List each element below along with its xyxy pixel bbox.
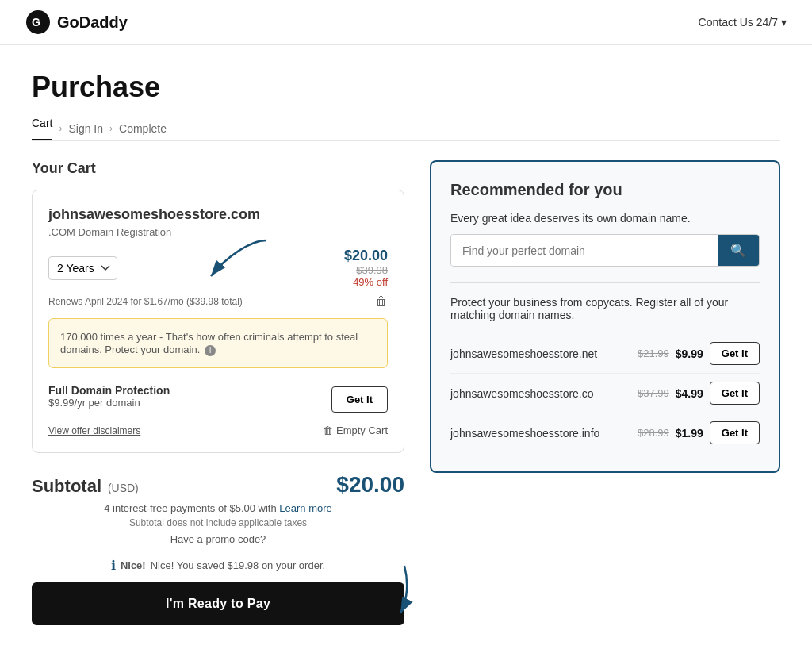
breadcrumb: Cart › Sign In › Complete bbox=[0, 104, 812, 140]
chevron-down-icon: ▾ bbox=[781, 16, 787, 29]
rec-prices-0: $21.99 $9.99 Get It bbox=[638, 342, 760, 365]
subtotal-label-group: Subtotal (USD) bbox=[32, 476, 139, 497]
rec-get-it-button-0[interactable]: Get It bbox=[710, 342, 760, 365]
installments-text: 4 interest-free payments of $5.00 with L… bbox=[32, 502, 404, 514]
domain-search-button[interactable]: 🔍 bbox=[718, 235, 759, 266]
rec-domain-name-2: johnsawesomeshoesstore.info bbox=[450, 427, 599, 440]
view-disclaimers-link[interactable]: View offer disclaimers bbox=[48, 425, 140, 436]
rec-old-price-0: $21.99 bbox=[638, 348, 669, 359]
price-original: $39.98 bbox=[344, 264, 388, 276]
header: G GoDaddy Contact Us 24/7 ▾ bbox=[0, 0, 812, 45]
subtotal-usd: (USD) bbox=[108, 482, 139, 494]
protection-price: $9.99/yr per domain bbox=[48, 397, 170, 409]
rec-old-price-2: $28.99 bbox=[638, 427, 669, 439]
trash-icon[interactable]: 🗑 bbox=[375, 294, 388, 309]
cart-section-title: Your Cart bbox=[32, 160, 404, 177]
domain-search-input[interactable] bbox=[451, 235, 718, 266]
page-title: Purchase bbox=[32, 71, 780, 104]
logo: G GoDaddy bbox=[25, 10, 128, 35]
renews-text: Renews April 2024 for $1.67/mo ($39.98 t… bbox=[48, 296, 243, 307]
protection-row: Full Domain Protection $9.99/yr per doma… bbox=[48, 378, 388, 415]
learn-more-link[interactable]: Learn more bbox=[279, 502, 331, 514]
protection-info: Full Domain Protection $9.99/yr per doma… bbox=[48, 384, 170, 415]
rec-new-price-1: $4.99 bbox=[676, 387, 703, 400]
subtotal-row: Subtotal (USD) $20.00 bbox=[32, 472, 404, 497]
empty-cart-icon: 🗑 bbox=[323, 424, 333, 436]
savings-notice: ℹ Nice! Nice! You saved $19.98 on your o… bbox=[32, 558, 404, 573]
protection-get-it-button[interactable]: Get It bbox=[331, 386, 388, 413]
empty-cart-button[interactable]: 🗑 Empty Cart bbox=[323, 424, 388, 436]
recommended-panel: Recommended for you Every great idea des… bbox=[430, 160, 780, 473]
contact-us-button[interactable]: Contact Us 24/7 ▾ bbox=[699, 16, 787, 29]
rec-new-price-0: $9.99 bbox=[676, 348, 703, 360]
tax-note: Subtotal does not include applicable tax… bbox=[32, 517, 404, 528]
rec-get-it-button-2[interactable]: Get It bbox=[710, 421, 760, 444]
rec-divider bbox=[450, 282, 760, 283]
domain-rec-row: johnsawesomeshoesstore.net $21.99 $9.99 … bbox=[450, 334, 760, 374]
protection-title: Full Domain Protection bbox=[48, 384, 170, 397]
protect-text: Protect your business from copycats. Reg… bbox=[450, 296, 760, 321]
recommended-title: Recommended for you bbox=[450, 181, 760, 199]
cart-card: johnsawesomeshoesstore.com .COM Domain R… bbox=[32, 190, 404, 453]
breadcrumb-signin[interactable]: Sign In bbox=[68, 122, 103, 135]
price-off: 49% off bbox=[344, 276, 388, 288]
page-title-area: Purchase bbox=[0, 45, 812, 104]
godaddy-logo-icon: G bbox=[25, 10, 51, 35]
domain-search-box: 🔍 bbox=[450, 234, 760, 267]
rec-domain-name-0: johnsawesomeshoesstore.net bbox=[450, 348, 597, 360]
domain-recs-list: johnsawesomeshoesstore.net $21.99 $9.99 … bbox=[450, 334, 760, 452]
cart-actions: View offer disclaimers 🗑 Empty Cart bbox=[48, 424, 388, 436]
warning-box: 170,000 times a year - That's how often … bbox=[48, 318, 388, 368]
domain-name: johnsawesomeshoesstore.com bbox=[48, 206, 388, 223]
rec-domain-name-1: johnsawesomeshoesstore.co bbox=[450, 387, 594, 400]
rec-old-price-1: $37.99 bbox=[638, 387, 669, 399]
years-select[interactable]: 1 Year 2 Years 3 Years 5 Years bbox=[48, 256, 117, 280]
dropdown-arrow-annotation bbox=[203, 232, 274, 280]
left-column: Your Cart johnsawesomeshoesstore.com .CO… bbox=[32, 160, 404, 625]
renews-row: Renews April 2024 for $1.67/mo ($39.98 t… bbox=[48, 294, 388, 309]
breadcrumb-sep-2: › bbox=[109, 123, 113, 134]
empty-cart-label: Empty Cart bbox=[336, 424, 388, 436]
rec-prices-1: $37.99 $4.99 Get It bbox=[638, 382, 760, 405]
promo-code-link[interactable]: Have a promo code? bbox=[32, 533, 404, 545]
contact-us-label: Contact Us 24/7 bbox=[699, 16, 778, 29]
pay-arrow-area: ℹ Nice! Nice! You saved $19.98 on your o… bbox=[32, 558, 404, 625]
ready-to-pay-button[interactable]: I'm Ready to Pay bbox=[32, 582, 404, 625]
breadcrumb-cart[interactable]: Cart bbox=[32, 117, 52, 140]
subtotal-label: Subtotal bbox=[32, 476, 102, 496]
savings-text: Nice! You saved $19.98 on your order. bbox=[151, 559, 325, 571]
logo-text: GoDaddy bbox=[57, 13, 128, 32]
price-current: $20.00 bbox=[344, 248, 388, 264]
rec-new-price-2: $1.99 bbox=[676, 427, 703, 440]
breadcrumb-complete[interactable]: Complete bbox=[119, 122, 167, 135]
domain-type: .COM Domain Registration bbox=[48, 226, 388, 238]
rec-get-it-button-1[interactable]: Get It bbox=[710, 382, 760, 405]
recommended-subtitle: Every great idea deserves its own domain… bbox=[450, 212, 760, 225]
svg-text:G: G bbox=[32, 16, 40, 29]
info-icon: i bbox=[205, 345, 216, 356]
years-price-row: 1 Year 2 Years 3 Years 5 Years bbox=[48, 248, 388, 288]
domain-rec-row: johnsawesomeshoesstore.co $37.99 $4.99 G… bbox=[450, 374, 760, 413]
price-block: $20.00 $39.98 49% off bbox=[344, 248, 388, 288]
domain-rec-row: johnsawesomeshoesstore.info $28.99 $1.99… bbox=[450, 413, 760, 452]
main-content: Your Cart johnsawesomeshoesstore.com .CO… bbox=[0, 141, 812, 644]
search-icon: 🔍 bbox=[730, 244, 746, 257]
breadcrumb-sep-1: › bbox=[59, 123, 62, 134]
subtotal-amount: $20.00 bbox=[336, 472, 404, 497]
rec-prices-2: $28.99 $1.99 Get It bbox=[638, 421, 760, 444]
dropdown-arrow-area: 1 Year 2 Years 3 Years 5 Years bbox=[48, 256, 117, 280]
savings-check-icon: ℹ bbox=[111, 558, 116, 573]
right-column: Recommended for you Every great idea des… bbox=[430, 160, 780, 625]
savings-nice-label: Nice! bbox=[121, 559, 146, 571]
